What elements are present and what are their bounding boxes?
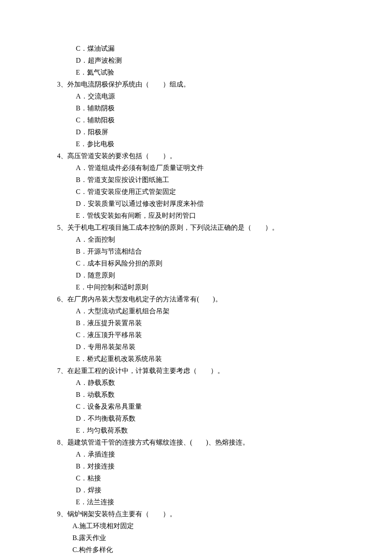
question-number: 6、 <box>57 295 67 303</box>
option: B.露天作业 <box>51 532 341 544</box>
option: D．专用吊装架吊装 <box>51 341 341 353</box>
question-3: 3、外加电流阴极保护系统由（ ）组成。 <box>51 78 341 90</box>
option: B．开源与节流相结合 <box>51 246 341 257</box>
option: D．焊接 <box>51 484 341 496</box>
option: A．全面控制 <box>51 234 341 246</box>
option: E．均匀载荷系数 <box>51 425 341 436</box>
question-text: 关于机电工程项目施工成本控制的原则，下列说法正确的是（ ）。 <box>67 224 279 231</box>
option: D．阳极屏 <box>51 126 341 138</box>
question-number: 8、 <box>57 439 67 446</box>
option: A．大型流动式起重机组合吊架 <box>51 305 341 317</box>
option: C．管道安装应使用正式管架固定 <box>51 186 341 198</box>
option: B．动载系数 <box>51 389 341 401</box>
option: C．成本目标风险分担的原则 <box>51 257 341 269</box>
option: B．辅助阴极 <box>51 102 341 114</box>
question-number: 3、 <box>57 81 67 88</box>
question-text: 外加电流阴极保护系统由（ ）组成。 <box>67 81 190 88</box>
option: A.施工环境相对固定 <box>51 520 341 532</box>
option: C.构件多样化 <box>51 544 341 555</box>
orphan-option: D．超声波检测 <box>51 55 341 66</box>
question-text: 题建筑管道干管的连接方式有螺纹连接、( )、热熔接连。 <box>67 439 249 446</box>
option: C．液压顶升平移吊装 <box>51 329 341 341</box>
option: E．管线安装如有间断，应及时封闭管口 <box>51 210 341 222</box>
option: E．参比电极 <box>51 138 341 150</box>
question-text: 在起重工程的设计中，计算载荷主要考虑（ ）。 <box>67 367 224 374</box>
option: C．粘接 <box>51 472 341 484</box>
question-8: 8、题建筑管道干管的连接方式有螺纹连接、( )、热熔接连。 <box>51 436 341 448</box>
question-text: 在厂房内吊装大型发电机定子的方法通常有( )。 <box>67 295 222 303</box>
question-number: 9、 <box>57 510 67 517</box>
option: E．法兰连接 <box>51 496 341 508</box>
question-9: 9、锅炉钢架安装特点主要有（ ）。 <box>51 508 341 520</box>
question-4: 4、高压管道安装的要求包括（ ）。 <box>51 150 341 162</box>
question-text: 高压管道安装的要求包括（ ）。 <box>67 152 176 159</box>
question-number: 5、 <box>57 224 67 231</box>
option: A．管道组成件必须有制造厂质量证明文件 <box>51 162 341 174</box>
option: D．安装质量可以通过修改密封厚度来补偿 <box>51 198 341 210</box>
option: B．管道支架应按设计图纸施工 <box>51 174 341 186</box>
option: E．中间控制和适时原则 <box>51 281 341 293</box>
question-number: 4、 <box>57 152 67 159</box>
option: B．液压提升装置吊装 <box>51 317 341 329</box>
orphan-option: E．氦气试验 <box>51 66 341 78</box>
orphan-option: C．煤油试漏 <box>51 43 341 55</box>
question-7: 7、在起重工程的设计中，计算载荷主要考虑（ ）。 <box>51 365 341 377</box>
document-body: C．煤油试漏 D．超声波检测 E．氦气试验 3、外加电流阴极保护系统由（ ）组成… <box>51 43 341 555</box>
question-5: 5、关于机电工程项目施工成本控制的原则，下列说法正确的是（ ）。 <box>51 222 341 234</box>
option: D．随意原则 <box>51 269 341 281</box>
option: B．对接连接 <box>51 460 341 472</box>
question-number: 7、 <box>57 367 67 374</box>
option: A．交流电源 <box>51 90 341 102</box>
option: A．静载系数 <box>51 377 341 389</box>
option: C．辅助阳极 <box>51 114 341 126</box>
option: E．桥式起重机改装系统吊装 <box>51 353 341 365</box>
option: A．承插连接 <box>51 448 341 460</box>
option: D．不均衡载荷系数 <box>51 413 341 425</box>
question-text: 锅炉钢架安装特点主要有（ ）。 <box>67 510 176 517</box>
option: C．设备及索吊具重量 <box>51 401 341 413</box>
question-6: 6、在厂房内吊装大型发电机定子的方法通常有( )。 <box>51 293 341 305</box>
